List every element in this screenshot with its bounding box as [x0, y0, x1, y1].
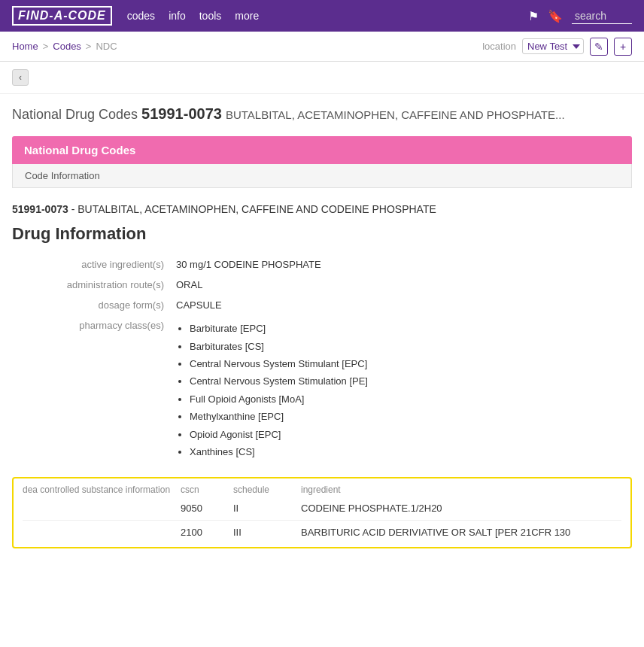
value-pharmacy-class: Barbiturate [EPC] Barbiturates [CS] Cent…: [170, 315, 632, 465]
location-select[interactable]: New Test: [522, 38, 584, 54]
nav-tools[interactable]: tools: [199, 10, 222, 22]
table-row: administration route(s) ORAL: [12, 275, 632, 295]
breadcrumb-home[interactable]: Home: [12, 41, 38, 52]
dea-row-1-cols: 9050 II CODEINE PHOSPHATE.1/2H20: [181, 503, 621, 514]
title-code-number: 51991-0073: [141, 105, 222, 122]
nav-icons: ⚑ 🔖: [528, 8, 632, 24]
dea-section-label: dea controlled substance information: [23, 484, 181, 495]
value-dosage-form: CAPSULE: [170, 295, 632, 315]
dea-col-cscn: cscn: [181, 484, 233, 495]
dea-data-row: 9050 II CODEINE PHOSPHATE.1/2H20: [23, 500, 621, 517]
table-row: active ingredient(s) 30 mg/1 CODEINE PHO…: [12, 254, 632, 275]
dea-header-row: dea controlled substance information csc…: [14, 484, 630, 500]
list-item: Central Nervous System Stimulant [EPC]: [190, 355, 626, 372]
list-item: Methylxanthine [EPC]: [190, 408, 626, 425]
dea-row-2-cscn: 2100: [181, 527, 233, 538]
list-item: Xanthines [CS]: [190, 443, 626, 460]
dea-row-1-ingredient: CODEINE PHOSPHATE.1/2H20: [301, 503, 621, 514]
dea-row-1-cscn: 9050: [181, 503, 233, 514]
label-admin-route: administration route(s): [12, 275, 170, 295]
label-active-ingredient: active ingredient(s): [12, 254, 170, 275]
breadcrumb: Home > Codes > NDC: [12, 41, 117, 52]
nav-codes[interactable]: codes: [127, 10, 155, 22]
title-prefix: National Drug Codes: [12, 107, 138, 122]
title-drug-name: BUTALBITAL, ACETAMINOPHEN, CAFFEINE AND …: [226, 108, 565, 121]
breadcrumb-codes[interactable]: Codes: [53, 41, 81, 52]
dea-col-ingredient: ingredient: [301, 484, 621, 495]
label-pharmacy-class: pharmacy class(es): [12, 315, 170, 465]
nav-info[interactable]: info: [169, 10, 186, 22]
value-admin-route: ORAL: [170, 275, 632, 295]
location-edit-button[interactable]: ✎: [590, 38, 608, 56]
panel-toggle-button[interactable]: ‹: [12, 69, 29, 86]
list-item: Full Opioid Agonists [MoA]: [190, 390, 626, 408]
list-item: Opioid Agonist [EPC]: [190, 426, 626, 443]
dea-box: dea controlled substance information csc…: [12, 477, 632, 548]
dea-data-row: 2100 III BARBITURIC ACID DERIVIATIVE OR …: [23, 524, 621, 541]
label-dosage-form: dosage form(s): [12, 295, 170, 315]
logo: FIND-A-CODE: [12, 6, 112, 26]
dea-row-2-ingredient: BARBITURIC ACID DERIVIATIVE OR SALT [PER…: [301, 527, 621, 538]
divider: [23, 520, 621, 521]
nav-links: codes info tools more: [127, 10, 513, 22]
list-item: Barbiturate [EPC]: [190, 320, 626, 337]
main-content: National Drug Codes 51991-0073 BUTALBITA…: [0, 94, 644, 560]
location-bar: Home > Codes > NDC location New Test ✎ +: [0, 32, 644, 62]
nav-more[interactable]: more: [235, 10, 259, 22]
nav-flag-icon[interactable]: ⚑: [528, 9, 539, 23]
drug-code-separator: -: [71, 203, 78, 215]
panel-toggle-row: ‹: [0, 62, 644, 94]
dea-col-schedule: schedule: [233, 484, 301, 495]
drug-info-title: Drug Information: [12, 224, 632, 244]
dea-row-2-schedule: III: [233, 527, 301, 538]
location-right: location New Test ✎ +: [482, 38, 632, 56]
pharmacy-class-list: Barbiturate [EPC] Barbiturates [CS] Cent…: [176, 320, 626, 460]
drug-code-number: 51991-0073: [12, 203, 68, 215]
section-header: National Drug Codes: [12, 136, 632, 164]
drug-info-table: active ingredient(s) 30 mg/1 CODEINE PHO…: [12, 254, 632, 465]
breadcrumb-sep1: >: [43, 41, 49, 52]
dea-col-headers: cscn schedule ingredient: [181, 484, 621, 495]
list-item: Central Nervous System Stimulation [PE]: [190, 372, 626, 390]
drug-code-name: BUTALBITAL, ACETAMINOPHEN, CAFFEINE AND …: [77, 203, 436, 215]
list-item: Barbiturates [CS]: [190, 338, 626, 355]
drug-code-line: 51991-0073 - BUTALBITAL, ACETAMINOPHEN, …: [12, 200, 632, 218]
dea-data-rows: 9050 II CODEINE PHOSPHATE.1/2H20 2100 II…: [14, 500, 630, 541]
dea-row-2-cols: 2100 III BARBITURIC ACID DERIVIATIVE OR …: [181, 527, 621, 538]
nav-bookmark-icon[interactable]: 🔖: [548, 9, 563, 23]
table-row: pharmacy class(es) Barbiturate [EPC] Bar…: [12, 315, 632, 465]
breadcrumb-sep2: >: [86, 41, 92, 52]
table-row: dosage form(s) CAPSULE: [12, 295, 632, 315]
value-active-ingredient: 30 mg/1 CODEINE PHOSPHATE: [170, 254, 632, 275]
search-input[interactable]: [572, 8, 632, 24]
location-label: location: [482, 41, 516, 52]
code-info-tab[interactable]: Code Information: [12, 164, 632, 188]
location-add-button[interactable]: +: [614, 38, 632, 56]
breadcrumb-ndc: NDC: [96, 41, 117, 52]
page-title: National Drug Codes 51991-0073 BUTALBITA…: [12, 103, 632, 124]
dea-row-1-schedule: II: [233, 503, 301, 514]
nav-bar: FIND-A-CODE codes info tools more ⚑ 🔖: [0, 0, 644, 32]
